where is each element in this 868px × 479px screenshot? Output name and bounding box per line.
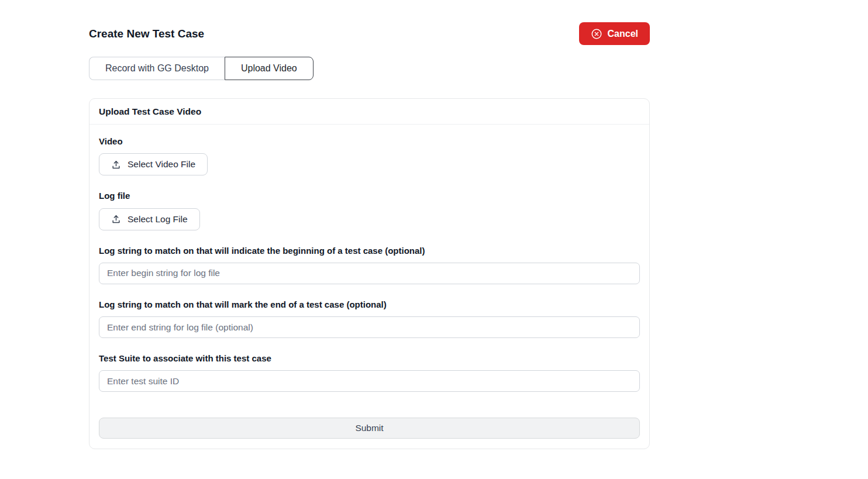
end-string-field-group: Log string to match on that will mark th… xyxy=(99,299,640,338)
select-video-file-label: Select Video File xyxy=(128,159,195,170)
end-string-input[interactable] xyxy=(99,316,640,338)
test-suite-input[interactable] xyxy=(99,370,640,392)
upload-icon xyxy=(111,160,121,170)
cancel-button[interactable]: Cancel xyxy=(579,22,650,45)
card-title: Upload Test Case Video xyxy=(89,99,649,125)
test-suite-label: Test Suite to associate with this test c… xyxy=(99,353,640,363)
begin-string-field-group: Log string to match on that will indicat… xyxy=(99,246,640,284)
page: Create New Test Case Cancel Record with … xyxy=(0,0,868,479)
page-title: Create New Test Case xyxy=(89,27,204,40)
select-video-file-button[interactable]: Select Video File xyxy=(99,153,208,175)
upload-form: Video Select Video File Log fi xyxy=(89,125,649,449)
upload-test-case-card: Upload Test Case Video Video Select Vide… xyxy=(89,98,650,449)
select-log-file-button[interactable]: Select Log File xyxy=(99,208,200,230)
cancel-button-label: Cancel xyxy=(608,29,638,39)
log-file-field-group: Log file Select Log File xyxy=(99,191,640,230)
test-suite-field-group: Test Suite to associate with this test c… xyxy=(99,353,640,392)
header: Create New Test Case Cancel xyxy=(89,22,650,45)
video-label: Video xyxy=(99,136,640,146)
begin-string-label: Log string to match on that will indicat… xyxy=(99,246,640,256)
circle-x-icon xyxy=(591,28,602,40)
tab-record-with-gg-desktop[interactable]: Record with GG Desktop xyxy=(89,57,225,80)
tab-upload-video[interactable]: Upload Video xyxy=(225,57,314,80)
end-string-label: Log string to match on that will mark th… xyxy=(99,299,640,309)
submit-button[interactable]: Submit xyxy=(99,418,640,439)
create-test-case-view: Create New Test Case Cancel Record with … xyxy=(89,22,650,449)
select-log-file-label: Select Log File xyxy=(128,214,188,225)
tab-bar: Record with GG Desktop Upload Video xyxy=(89,57,650,80)
begin-string-input[interactable] xyxy=(99,263,640,284)
video-field-group: Video Select Video File xyxy=(99,136,640,175)
upload-icon xyxy=(111,214,121,224)
log-file-label: Log file xyxy=(99,191,640,201)
